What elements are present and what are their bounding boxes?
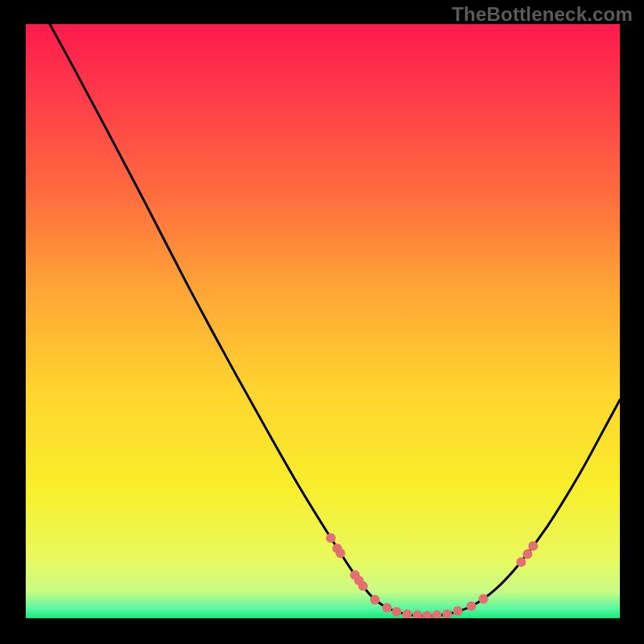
data-dot — [336, 548, 345, 558]
data-dots — [326, 533, 538, 618]
data-dot — [370, 595, 380, 605]
data-dot — [423, 611, 432, 618]
data-dot — [443, 609, 452, 618]
data-dot — [528, 541, 538, 551]
chart-container: TheBottleneck.com — [0, 0, 644, 644]
data-dot — [522, 549, 532, 559]
data-dot — [478, 594, 488, 604]
data-dot — [516, 557, 526, 567]
data-dot — [402, 609, 412, 618]
data-dot — [358, 581, 368, 591]
data-dot — [413, 610, 423, 618]
data-dot — [453, 606, 463, 616]
data-dot — [392, 607, 402, 617]
curve-layer — [26, 24, 620, 618]
data-dot — [382, 603, 392, 613]
data-dot — [467, 601, 477, 611]
data-dot — [432, 610, 442, 618]
plot-area — [24, 24, 620, 620]
watermark-text: TheBottleneck.com — [452, 3, 633, 26]
bottleneck-curve — [50, 24, 620, 616]
data-dot — [326, 533, 336, 543]
